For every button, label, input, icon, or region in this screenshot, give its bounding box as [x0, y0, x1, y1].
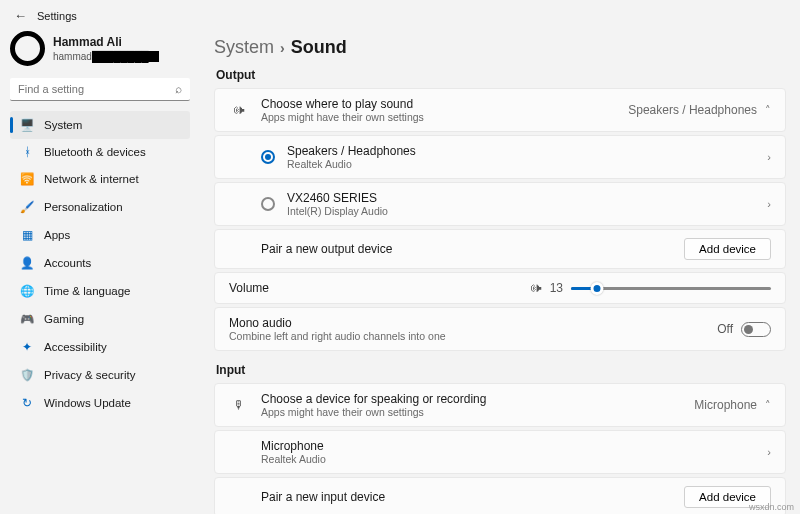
- user-name: Hammad Ali: [53, 35, 159, 49]
- mono-audio-sub: Combine left and right audio channels in…: [229, 330, 705, 342]
- microphone-icon: 🎙: [229, 398, 249, 412]
- chevron-up-icon: ˄: [765, 104, 771, 117]
- sidebar-item-accessibility[interactable]: ✦Accessibility: [10, 333, 190, 361]
- pair-output-row: Pair a new output device Add device: [214, 229, 786, 269]
- avatar: [10, 31, 45, 66]
- choose-input-value: Microphone: [694, 398, 757, 412]
- mono-audio-row[interactable]: Mono audio Combine left and right audio …: [214, 307, 786, 351]
- sidebar-item-accounts[interactable]: 👤Accounts: [10, 249, 190, 277]
- nav-icon: ᚼ: [20, 146, 34, 158]
- sidebar-item-label: Bluetooth & devices: [44, 146, 146, 158]
- mono-audio-title: Mono audio: [229, 316, 705, 330]
- choose-output-sub: Apps might have their own settings: [261, 111, 616, 123]
- nav-icon: 🖌️: [20, 200, 34, 214]
- sidebar-item-label: Accessibility: [44, 341, 107, 353]
- user-email: hammad: [53, 51, 92, 62]
- speaker-icon: 🕪: [229, 103, 249, 117]
- radio-on-icon[interactable]: [261, 150, 275, 164]
- sidebar-item-gaming[interactable]: 🎮Gaming: [10, 305, 190, 333]
- breadcrumb-parent[interactable]: System: [214, 37, 274, 58]
- sidebar: Hammad Ali hammad████████ ⌕ 🖥️SystemᚼBlu…: [0, 31, 200, 514]
- nav-icon: 🛡️: [20, 368, 34, 382]
- sidebar-item-label: Accounts: [44, 257, 91, 269]
- sidebar-item-privacy-security[interactable]: 🛡️Privacy & security: [10, 361, 190, 389]
- chevron-right-icon: ›: [767, 151, 771, 163]
- user-block[interactable]: Hammad Ali hammad████████: [10, 31, 190, 66]
- sidebar-item-label: Time & language: [44, 285, 131, 297]
- nav-icon: 🎮: [20, 312, 34, 326]
- breadcrumb-current: Sound: [291, 37, 347, 58]
- back-icon[interactable]: ←: [14, 8, 27, 23]
- output-volume-slider[interactable]: [571, 287, 771, 290]
- nav-icon: ✦: [20, 340, 34, 354]
- sidebar-item-label: Windows Update: [44, 397, 131, 409]
- nav-icon: 👤: [20, 256, 34, 270]
- sidebar-item-network-internet[interactable]: 🛜Network & internet: [10, 165, 190, 193]
- input-device-1-sub: Realtek Audio: [261, 453, 755, 465]
- choose-output-row[interactable]: 🕪 Choose where to play sound Apps might …: [214, 88, 786, 132]
- radio-off-icon[interactable]: [261, 197, 275, 211]
- pair-input-row: Pair a new input device Add device: [214, 477, 786, 514]
- sidebar-item-label: System: [44, 119, 82, 131]
- choose-output-value: Speakers / Headphones: [628, 103, 757, 117]
- sidebar-item-label: Gaming: [44, 313, 84, 325]
- toggle-off-icon[interactable]: [741, 322, 771, 337]
- mono-audio-state: Off: [717, 322, 733, 336]
- sidebar-item-time-language[interactable]: 🌐Time & language: [10, 277, 190, 305]
- output-volume-value: 13: [550, 281, 563, 295]
- nav-icon: 🌐: [20, 284, 34, 298]
- output-device-2-sub: Intel(R) Display Audio: [287, 205, 755, 217]
- nav-icon: 🛜: [20, 172, 34, 186]
- choose-output-title: Choose where to play sound: [261, 97, 616, 111]
- breadcrumb: System › Sound: [214, 37, 786, 58]
- add-output-device-button[interactable]: Add device: [684, 238, 771, 260]
- search-icon: ⌕: [175, 82, 182, 96]
- output-volume-row: Volume 🕪 13: [214, 272, 786, 304]
- choose-input-title: Choose a device for speaking or recordin…: [261, 392, 682, 406]
- nav-icon: 🖥️: [20, 118, 34, 132]
- speaker-icon[interactable]: 🕪: [530, 281, 542, 295]
- output-heading: Output: [216, 68, 786, 82]
- main-content: System › Sound Output 🕪 Choose where to …: [200, 31, 800, 514]
- choose-input-sub: Apps might have their own settings: [261, 406, 682, 418]
- pair-input-title: Pair a new input device: [261, 490, 672, 504]
- sidebar-item-label: Personalization: [44, 201, 123, 213]
- choose-input-row[interactable]: 🎙 Choose a device for speaking or record…: [214, 383, 786, 427]
- chevron-right-icon: ›: [767, 198, 771, 210]
- sidebar-item-label: Apps: [44, 229, 70, 241]
- nav-icon: ↻: [20, 396, 34, 410]
- sidebar-item-bluetooth-devices[interactable]: ᚼBluetooth & devices: [10, 139, 190, 165]
- output-device-1-title: Speakers / Headphones: [287, 144, 755, 158]
- search-input[interactable]: [18, 83, 175, 95]
- sidebar-item-apps[interactable]: ▦Apps: [10, 221, 190, 249]
- input-device-1-title: Microphone: [261, 439, 755, 453]
- pair-output-title: Pair a new output device: [261, 242, 672, 256]
- output-device-2[interactable]: VX2460 SERIES Intel(R) Display Audio ›: [214, 182, 786, 226]
- input-device-1[interactable]: Microphone Realtek Audio ›: [214, 430, 786, 474]
- sidebar-item-label: Privacy & security: [44, 369, 135, 381]
- output-device-1[interactable]: Speakers / Headphones Realtek Audio ›: [214, 135, 786, 179]
- output-volume-title: Volume: [229, 281, 518, 295]
- watermark: wsxdn.com: [749, 502, 794, 512]
- sidebar-item-label: Network & internet: [44, 173, 139, 185]
- sidebar-item-system[interactable]: 🖥️System: [10, 111, 190, 139]
- sidebar-item-windows-update[interactable]: ↻Windows Update: [10, 389, 190, 417]
- window-title: Settings: [37, 10, 77, 22]
- input-heading: Input: [216, 363, 786, 377]
- nav-icon: ▦: [20, 228, 34, 242]
- chevron-right-icon: ›: [767, 446, 771, 458]
- search-box[interactable]: ⌕: [10, 78, 190, 101]
- chevron-up-icon: ˄: [765, 399, 771, 412]
- output-device-1-sub: Realtek Audio: [287, 158, 755, 170]
- chevron-right-icon: ›: [280, 40, 285, 56]
- sidebar-item-personalization[interactable]: 🖌️Personalization: [10, 193, 190, 221]
- output-device-2-title: VX2460 SERIES: [287, 191, 755, 205]
